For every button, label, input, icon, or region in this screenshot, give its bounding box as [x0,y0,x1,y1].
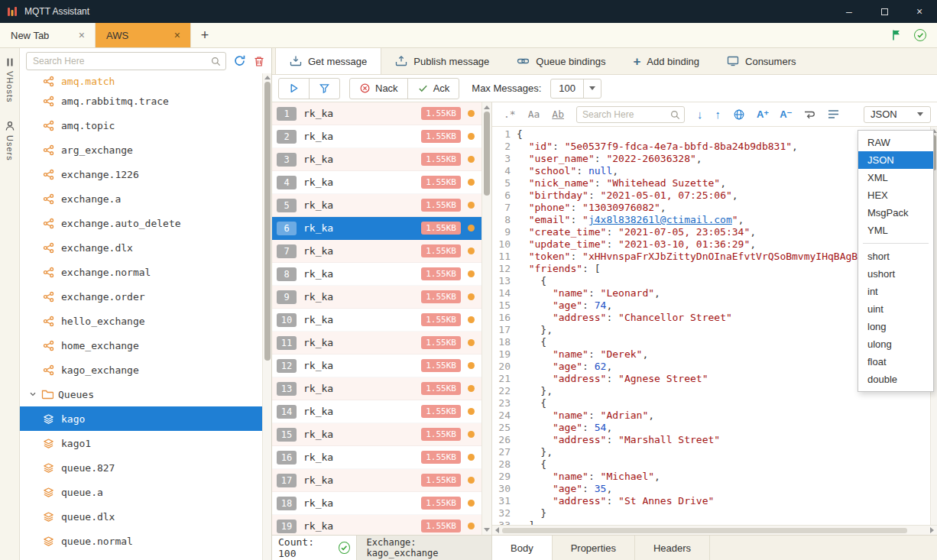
format-menu-item[interactable]: double [858,371,933,388]
message-row[interactable]: 19rk_ka1.55KB [272,515,481,535]
scrollbar-thumb[interactable] [484,112,490,196]
tree-search-input[interactable] [27,56,225,66]
message-row[interactable]: 6rk_ka1.55KB [272,217,481,240]
tab-new-tab[interactable]: New Tab × [0,23,96,47]
message-row[interactable]: 10rk_ka1.55KB [272,309,481,332]
scrollbar-thumb[interactable] [502,528,907,533]
editor-search-input[interactable] [577,109,718,120]
tree-item-exchange[interactable]: kago_exchange [20,358,262,382]
format-menu-item[interactable]: HEX [858,186,933,204]
tree-item-exchange[interactable]: exchange.normal [20,260,262,284]
nack-button[interactable]: Nack [350,79,407,99]
format-menu-item[interactable]: uint [858,300,933,318]
scrollbar-thumb[interactable] [264,82,271,361]
message-row[interactable]: 5rk_ka1.55KB [272,194,481,217]
tree-item-exchange[interactable]: hello_exchange [20,309,262,333]
message-row[interactable]: 3rk_ka1.55KB [272,148,481,171]
message-row[interactable]: 4rk_ka1.55KB [272,171,481,194]
word-wrap-button[interactable] [798,109,821,120]
chevron-down-icon[interactable] [29,390,37,398]
scroll-up-icon[interactable] [484,105,490,109]
format-menu-item[interactable]: XML [858,169,933,186]
tab-add-binding[interactable]: + Add binding [619,48,713,74]
tree-item-queue[interactable]: queue.normal [20,529,262,553]
tree-item-queue[interactable]: kago [20,406,262,431]
flag-icon[interactable] [891,29,902,41]
message-row[interactable]: 11rk_ka1.55KB [272,332,481,354]
editor-horizontal-scrollbar[interactable] [492,525,937,535]
sidebar-item-users[interactable]: Users [5,121,15,161]
tree-scrollbar[interactable] [262,73,271,560]
format-select[interactable]: JSON [864,106,931,123]
message-row[interactable]: 17rk_ka1.55KB [272,469,481,492]
message-row[interactable]: 1rk_ka1.55KB [272,102,481,125]
search-icon[interactable] [210,56,222,67]
tree-item-exchange[interactable]: amq.match [20,73,262,89]
tab-queue-bindings[interactable]: Queue bindings [503,48,619,74]
format-menu-item[interactable]: short [858,248,933,265]
message-row[interactable]: 7rk_ka1.55KB [272,240,481,263]
encoding-globe-button[interactable] [728,108,751,121]
format-lines-button[interactable] [822,109,845,119]
format-menu-item[interactable]: MsgPack [858,204,933,222]
ack-button[interactable]: Ack [408,79,459,99]
max-messages-select[interactable]: 100 [550,79,601,99]
tree-item-exchange[interactable]: exchange.auto_delete [20,211,262,235]
message-row[interactable]: 14rk_ka1.55KB [272,400,481,423]
tab-publish-message[interactable]: Publish message [381,48,503,74]
scroll-up-icon[interactable] [264,76,271,79]
tree-item-exchange[interactable]: exchange.1226 [20,162,262,186]
tab-close-icon[interactable]: × [76,29,87,41]
message-row[interactable]: 8rk_ka1.55KB [272,263,481,286]
tree-item-exchange[interactable]: exchange.dlx [20,235,262,260]
format-menu-item[interactable]: RAW [858,134,933,151]
filter-button[interactable] [310,79,339,99]
connected-check-icon[interactable] [914,29,926,41]
tab-close-icon[interactable]: × [172,29,183,41]
maximize-button[interactable] [867,0,902,23]
tree-item-exchange[interactable]: exchange.a [20,186,262,211]
tree-item-exchange[interactable]: amq.rabbitmq.trace [20,89,262,113]
scroll-down-icon[interactable] [484,528,490,532]
tab-properties[interactable]: Properties [553,536,635,560]
tree-item-queue[interactable]: queue.827 [20,455,262,480]
format-menu-item[interactable]: JSON [858,151,933,169]
message-row[interactable]: 2rk_ka1.55KB [272,125,481,148]
delete-button[interactable] [253,55,265,67]
format-menu-item[interactable]: float [858,353,933,371]
whole-word-toggle[interactable]: Ab [546,108,569,120]
font-decrease-button[interactable]: A⁻ [775,108,796,120]
tree-item-folder[interactable]: Queues [20,382,262,406]
message-row[interactable]: 18rk_ka1.55KB [272,492,481,515]
format-menu-item[interactable]: ulong [858,335,933,353]
tab-get-message[interactable]: Get message [275,48,381,74]
format-menu-item[interactable]: int [858,283,933,300]
tab-consumers[interactable]: Consumers [713,48,809,74]
format-menu-item[interactable]: ushort [858,265,933,283]
regex-toggle[interactable]: .* [498,108,521,120]
close-button[interactable]: × [902,0,937,23]
minimize-button[interactable]: – [832,0,867,23]
new-tab-button[interactable]: + [191,23,219,47]
tree-item-exchange[interactable]: arg_exchange [20,138,262,162]
message-row[interactable]: 13rk_ka1.55KB [272,377,481,400]
message-row[interactable]: 16rk_ka1.55KB [272,446,481,469]
tab-body[interactable]: Body [492,536,553,560]
tree-item-queue[interactable]: kago1 [20,431,262,455]
sidebar-item-vhosts[interactable]: VHosts [5,57,15,102]
tree-item-exchange[interactable]: amq.topic [20,113,262,138]
tree-item-queue[interactable]: queue.a [20,480,262,504]
tree-item-queue[interactable]: test_queue [20,553,262,560]
tab-headers[interactable]: Headers [635,536,710,560]
font-increase-button[interactable]: A⁺ [752,108,773,120]
tree-item-queue[interactable]: queue.dlx [20,504,262,529]
scroll-right-icon[interactable] [930,527,934,533]
format-menu-item[interactable]: YML [858,222,933,239]
search-icon[interactable] [670,109,681,121]
match-case-toggle[interactable]: Aa [523,108,546,120]
tree-item-exchange[interactable]: home_exchange [20,333,262,358]
refresh-button[interactable] [233,54,246,67]
message-row[interactable]: 15rk_ka1.55KB [272,423,481,446]
message-row[interactable]: 9rk_ka1.55KB [272,286,481,309]
start-get-button[interactable] [279,79,309,99]
